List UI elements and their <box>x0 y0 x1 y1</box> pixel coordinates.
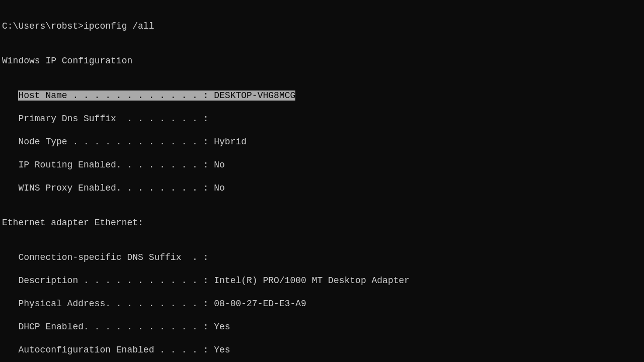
autoconfiguration-line: Autoconfiguration Enabled . . . . : Yes <box>2 344 642 356</box>
prompt-line: C:\Users\robst>ipconfig /all <box>2 21 642 32</box>
dhcp-enabled-line: DHCP Enabled. . . . . . . . . . . : Yes <box>2 321 642 333</box>
host-name-line: Host Name . . . . . . . . . . . . : DESK… <box>2 90 642 102</box>
node-type-line: Node Type . . . . . . . . . . . . : Hybr… <box>2 136 642 148</box>
terminal-output[interactable]: C:\Users\robst>ipconfig /all Windows IP … <box>0 0 644 362</box>
wins-proxy-line: WINS Proxy Enabled. . . . . . . . : No <box>2 183 642 194</box>
host-name-highlight: Host Name . . . . . . . . . . . . : DESK… <box>18 90 295 101</box>
description-line: Description . . . . . . . . . . . : Inte… <box>2 275 642 287</box>
section-header-ethernet: Ethernet adapter Ethernet: <box>2 217 642 229</box>
conn-suffix-line: Connection-specific DNS Suffix . : <box>2 252 642 263</box>
command-text: ipconfig /all <box>84 21 154 31</box>
ip-routing-line: IP Routing Enabled. . . . . . . . : No <box>2 159 642 171</box>
primary-dns-suffix-line: Primary Dns Suffix . . . . . . . : <box>2 113 642 125</box>
physical-address-line: Physical Address. . . . . . . . . : 08-0… <box>2 298 642 310</box>
section-header-ipconfig: Windows IP Configuration <box>2 55 642 67</box>
prompt: C:\Users\robst> <box>2 21 84 31</box>
